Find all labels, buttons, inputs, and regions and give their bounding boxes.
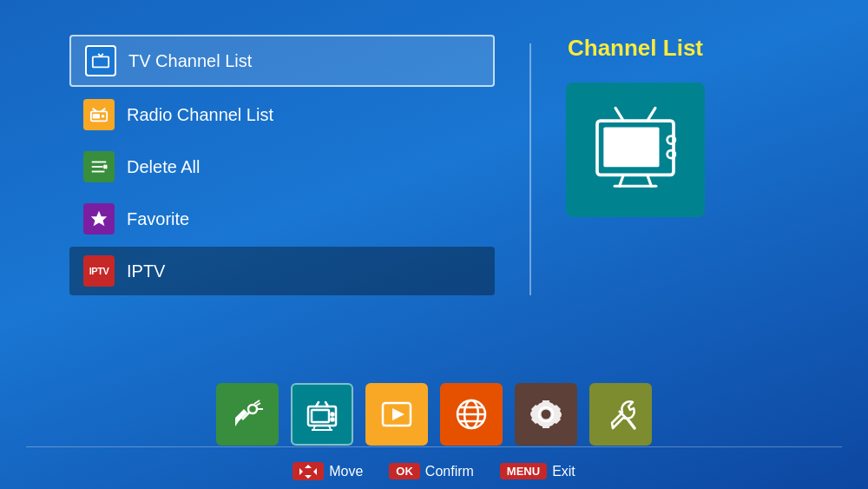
svg-point-32 bbox=[332, 413, 334, 416]
svg-rect-17 bbox=[603, 127, 659, 167]
svg-rect-0 bbox=[93, 56, 108, 67]
svg-point-6 bbox=[102, 115, 105, 118]
menu-item-radio-channel-list[interactable]: Radio Channel List bbox=[69, 90, 495, 139]
tools-icon bbox=[602, 395, 640, 433]
menu-item-favorite-label: Favorite bbox=[127, 209, 189, 229]
ok-badge: OK bbox=[389, 463, 420, 479]
svg-rect-7 bbox=[93, 114, 100, 119]
vertical-divider bbox=[529, 43, 531, 295]
svg-point-47 bbox=[542, 410, 551, 420]
settings-toolbar-button[interactable] bbox=[515, 383, 577, 446]
tv-channel-icon bbox=[303, 395, 341, 433]
hint-exit: MENU Exit bbox=[500, 463, 575, 479]
svg-line-14 bbox=[615, 108, 623, 121]
tv-channel-toolbar-button[interactable] bbox=[291, 383, 353, 446]
tools-toolbar-button[interactable] bbox=[589, 383, 652, 446]
main-container: TV Channel List Radio Channel List bbox=[0, 0, 868, 295]
svg-line-27 bbox=[256, 403, 260, 406]
tv-preview-box bbox=[566, 83, 705, 217]
svg-line-15 bbox=[648, 108, 655, 121]
move-badge bbox=[293, 462, 324, 480]
menu-item-tv-channel-list[interactable]: TV Channel List bbox=[69, 35, 495, 87]
tv-preview-icon bbox=[588, 102, 683, 198]
exit-hint-label: Exit bbox=[552, 464, 575, 479]
delete-all-icon bbox=[83, 151, 115, 182]
svg-marker-52 bbox=[305, 465, 312, 468]
svg-line-49 bbox=[629, 421, 635, 428]
menu-item-radio-channel-list-label: Radio Channel List bbox=[127, 105, 273, 125]
media-player-toolbar-button[interactable] bbox=[365, 383, 428, 446]
svg-rect-31 bbox=[312, 410, 329, 422]
hint-confirm: OK Confirm bbox=[389, 463, 474, 479]
svg-marker-13 bbox=[91, 211, 107, 226]
hint-bar: Move OK Confirm MENU Exit bbox=[0, 462, 868, 480]
svg-point-23 bbox=[248, 405, 257, 413]
globe-icon bbox=[452, 395, 490, 433]
menu-item-favorite[interactable]: Favorite bbox=[69, 195, 495, 243]
hint-divider bbox=[26, 446, 842, 447]
satellite-icon bbox=[228, 395, 266, 433]
internet-toolbar-button[interactable] bbox=[440, 383, 503, 446]
radio-channel-list-icon bbox=[83, 99, 115, 130]
menu-item-tv-channel-list-label: TV Channel List bbox=[128, 51, 252, 71]
move-hint-label: Move bbox=[329, 464, 363, 479]
menu-item-iptv[interactable]: IPTV IPTV bbox=[69, 247, 495, 295]
menu-item-delete-all-label: Delete All bbox=[127, 157, 201, 177]
bottom-toolbar bbox=[0, 383, 868, 446]
svg-point-33 bbox=[332, 419, 334, 421]
iptv-icon: IPTV bbox=[83, 255, 115, 287]
panel-title: Channel List bbox=[568, 35, 703, 62]
media-player-icon bbox=[378, 395, 416, 433]
svg-line-20 bbox=[620, 175, 624, 186]
favorite-icon bbox=[83, 203, 115, 235]
svg-marker-38 bbox=[392, 408, 404, 420]
svg-marker-50 bbox=[299, 468, 303, 475]
iptv-icon-text: IPTV bbox=[89, 266, 108, 276]
menu-item-delete-all[interactable]: Delete All bbox=[69, 142, 495, 191]
tv-channel-list-icon bbox=[85, 45, 116, 76]
right-panel: Channel List bbox=[566, 35, 705, 295]
satellite-toolbar-button[interactable] bbox=[216, 383, 279, 446]
svg-marker-53 bbox=[305, 475, 312, 479]
confirm-hint-label: Confirm bbox=[425, 464, 474, 479]
hint-move: Move bbox=[293, 462, 363, 480]
gear-icon bbox=[527, 395, 565, 433]
svg-marker-51 bbox=[313, 468, 317, 475]
menu-item-iptv-label: IPTV bbox=[127, 261, 165, 281]
menu-list: TV Channel List Radio Channel List bbox=[69, 35, 495, 295]
menu-badge: MENU bbox=[500, 463, 547, 479]
svg-line-21 bbox=[648, 175, 652, 186]
